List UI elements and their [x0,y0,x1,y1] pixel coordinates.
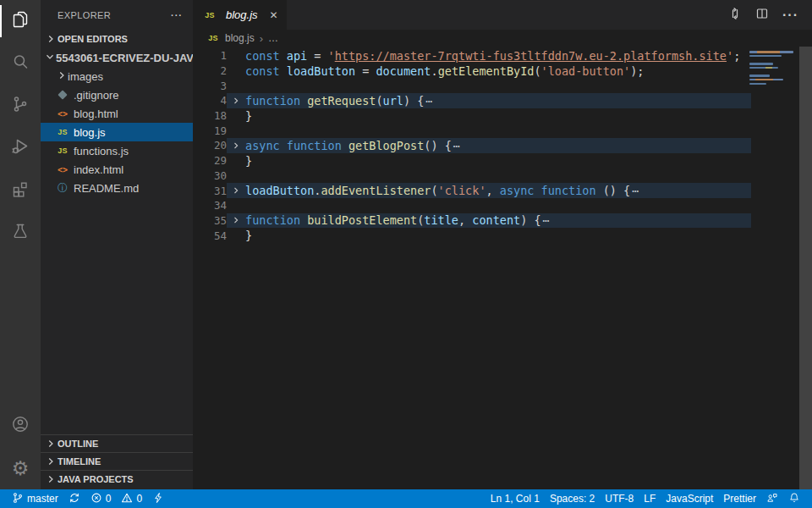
error-icon [91,492,102,506]
status-language[interactable]: JavaScript [661,489,718,508]
minimap-line [749,79,783,81]
explorer-sidebar: EXPLORER ··· OPEN EDITORS 5543061-ECRIVE… [41,0,193,489]
js-file-icon: JS [56,146,69,155]
editor-group: JS blog.js ✕ ··· JS blog.js › … 1const a… [193,0,812,489]
code-line-54[interactable]: 54} [193,228,812,243]
tree-item-index.html[interactable]: <>index.html [41,160,193,179]
breadcrumb-symbol[interactable]: … [268,32,278,44]
code-line-18[interactable]: 18} [193,108,812,124]
activity-search[interactable] [0,42,41,85]
open-editors-header[interactable]: OPEN EDITORS [41,30,193,48]
status-git-branch[interactable]: master [7,489,63,508]
tree-item-.gitignore[interactable]: .gitignore [41,86,193,104]
minimap-line [749,83,766,86]
code-line-34[interactable]: 34 [193,198,812,213]
status-formatter[interactable]: Prettier [718,489,761,508]
vertical-scrollbar[interactable] [799,47,812,489]
line-number: 1 [193,49,227,62]
code-area[interactable]: 1const api = 'https://master-7rqtwti-fus… [193,47,812,489]
editor-actions: ··· [728,0,812,30]
fold-chevron-icon[interactable] [227,141,245,151]
status-feedback[interactable] [761,489,783,508]
status-eol[interactable]: LF [639,489,661,508]
status-notifications[interactable] [783,489,805,508]
section-java-projects[interactable]: JAVA PROJECTS [41,470,193,488]
code-line-35[interactable]: 35function buildPostElement(title, conte… [193,213,812,229]
feedback-icon [766,492,778,506]
status-encoding-label: UTF-8 [605,493,634,505]
code-line-31[interactable]: 31loadButton.addEventListener('click', a… [193,183,812,198]
status-errors[interactable]: 0 [85,489,117,508]
code-line-content: function buildPostElement(title, content… [227,213,751,229]
js-file-icon: JS [56,128,69,136]
code-line-content [227,168,751,184]
activity-extensions[interactable] [0,169,41,212]
chevron-right-icon [44,437,58,450]
activity-testing[interactable] [0,212,41,254]
code-line-content: } [227,228,751,243]
tree-item-images[interactable]: images [41,67,193,86]
status-right: Ln 1, Col 1Spaces: 2UTF-8LFJavaScriptPre… [486,489,805,508]
line-number: 31 [193,185,227,197]
activity-source-control[interactable] [0,85,41,127]
split-editor-icon[interactable] [755,7,769,24]
fold-chevron-icon[interactable] [227,96,245,106]
line-number: 54 [193,229,227,242]
run-debug-icon [10,136,30,160]
warning-icon [121,492,133,506]
close-icon[interactable]: ✕ [270,9,278,21]
line-number: 35 [193,214,227,227]
code-text: function getRequest(url) {⋯ [245,94,433,108]
tree-item-blog.html[interactable]: <>blog.html [41,104,193,123]
code-line-30[interactable]: 30 [193,168,812,184]
code-text: function buildPostElement(title, content… [245,213,550,227]
activity-run-debug[interactable] [0,127,41,169]
code-line-19[interactable]: 19 [193,123,812,138]
code-line-1[interactable]: 1const api = 'https://master-7rqtwti-fus… [193,48,812,64]
open-changes-icon[interactable] [728,7,742,24]
status-sync[interactable] [63,489,85,508]
breadcrumb-file[interactable]: blog.js [225,32,255,44]
activity-settings[interactable]: ⚙ [0,447,41,489]
line-number: 30 [193,169,227,182]
tree-item-README.md[interactable]: ⓘREADME.md [41,179,193,197]
status-live-share[interactable] [147,489,169,508]
section-timeline[interactable]: TIMELINE [41,452,193,470]
code-line-2[interactable]: 2const loadButton = document.getElementB… [193,64,812,79]
status-warnings[interactable]: 0 [116,489,147,508]
token: ; [733,49,740,63]
search-icon [10,52,30,75]
minimap[interactable] [749,51,798,86]
minimap-line [749,51,793,53]
code-line-4[interactable]: 4function getRequest(url) {⋯ [193,93,812,108]
code-line-3[interactable]: 3 [193,78,812,93]
tab-bar: JS blog.js ✕ ··· [193,0,812,30]
explorer-more-actions-icon[interactable]: ··· [171,10,183,20]
status-cursor-position-label: Ln 1, Col 1 [491,493,540,505]
status-cursor-position[interactable]: Ln 1, Col 1 [486,489,545,508]
fold-chevron-icon[interactable] [227,215,245,225]
token: ); [630,64,644,78]
token: ( [376,94,382,108]
workspace-folder-row[interactable]: 5543061-ECRIVEZ-DU-JAV... [41,48,193,67]
tree-item-blog.js[interactable]: JSblog.js [41,123,193,141]
token: addEventListener [321,184,431,197]
section-outline[interactable]: OUTLINE [41,434,193,452]
minimap-line [749,63,773,65]
activity-account[interactable] [0,405,41,447]
more-actions-icon[interactable]: ··· [782,8,798,23]
tab-blog-js[interactable]: JS blog.js ✕ [193,0,287,30]
tree-item-label: blog.js [74,126,106,139]
token: getElementById [438,64,535,78]
zap-icon [152,492,164,506]
fold-chevron-icon[interactable] [227,185,245,196]
token: function [245,213,307,227]
tree-item-functions.js[interactable]: JSfunctions.js [41,141,193,160]
code-line-29[interactable]: 29} [193,153,812,168]
activity-explorer[interactable] [0,0,41,42]
status-encoding[interactable]: UTF-8 [600,489,639,508]
chevron-down-icon [44,51,56,65]
token: ' [328,49,335,63]
status-indentation[interactable]: Spaces: 2 [545,489,600,508]
code-line-20[interactable]: 20async function getBlogPost() {⋯ [193,138,812,153]
